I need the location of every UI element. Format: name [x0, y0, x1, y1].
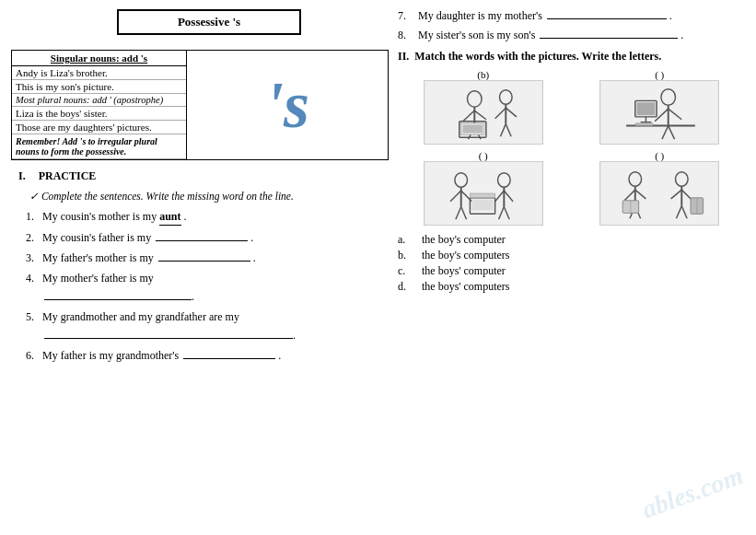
exercise-1: 1. My cousin's mother is my aunt . — [26, 208, 389, 226]
image-cell-1: (b) — [398, 69, 569, 145]
image-label-2: ( ) — [655, 69, 664, 80]
exercise-6: 6. My father is my grandmother's . — [26, 347, 389, 364]
image-cell-4: ( ) — [575, 150, 746, 226]
image-4 — [599, 161, 719, 226]
blank-6 — [183, 358, 275, 359]
singular-header: Singular nouns: add 's — [12, 51, 186, 66]
right-questions: 7. My daughter is my mother's . 8. My si… — [398, 9, 745, 42]
practice-section: I. PRACTICE ✓ Complete the sentences. Wr… — [11, 169, 389, 364]
answer-text-d: the boys' computers — [422, 280, 509, 294]
image-2 — [599, 80, 719, 145]
answer-b: b. the boy's computers — [398, 249, 745, 262]
section-ii-roman: II. — [398, 50, 409, 64]
answer-letter-a: a. — [398, 233, 413, 247]
watermark: ables.com — [638, 460, 747, 524]
plural-example-2: Those are my daughters' pictures. — [12, 121, 186, 134]
grammar-table: Singular nouns: add 's Andy is Liza's br… — [11, 50, 389, 160]
worksheet-title: Possessive 's — [117, 9, 301, 35]
image-label-1: (b) — [477, 69, 489, 80]
section-ii-header: II. Match the words with the pictures. W… — [398, 50, 745, 64]
answer-c: c. the boys' computer — [398, 264, 745, 278]
singular-example-2: This is my son's picture. — [12, 80, 186, 94]
blank-8 — [540, 38, 678, 39]
answer-1: aunt — [159, 208, 180, 226]
image-cell-3: ( ) — [398, 150, 569, 226]
image-cell-2: ( ) — [575, 69, 746, 145]
exercise-2: 2. My cousin's father is my . — [26, 229, 389, 246]
answer-text-b: the boy's computers — [422, 249, 509, 262]
blank-2 — [156, 240, 248, 241]
answer-letter-c: c. — [398, 264, 413, 278]
blank-5 — [44, 338, 293, 339]
answer-list: a. the boy's computer b. the boy's compu… — [398, 233, 745, 294]
blank-3 — [158, 261, 250, 262]
blank-7 — [547, 18, 667, 19]
exercise-4: 4. My mother's father is my . — [26, 270, 389, 305]
image-label-3: ( ) — [479, 150, 488, 161]
apostrophe-s-graphic: 's — [187, 51, 388, 159]
question-7: 7. My daughter is my mother's . — [398, 9, 745, 23]
image-1 — [424, 80, 543, 145]
answer-text-a: the boy's computer — [422, 233, 506, 247]
practice-title: PRACTICE — [39, 169, 97, 183]
answer-letter-b: b. — [398, 249, 413, 262]
image-label-4: ( ) — [655, 150, 664, 161]
practice-instruction: ✓ Complete the sentences. Write the miss… — [29, 190, 389, 203]
svg-rect-9 — [462, 125, 482, 134]
page: Possessive 's Singular nouns: add 's And… — [0, 0, 756, 535]
answer-a: a. the boy's computer — [398, 233, 745, 247]
image-3 — [424, 161, 543, 226]
svg-rect-38 — [470, 193, 494, 198]
exercise-5: 5. My grandmother and my grandfather are… — [26, 308, 389, 343]
exercises-list: 1. My cousin's mother is my aunt . 2. My… — [26, 208, 389, 364]
svg-rect-37 — [471, 200, 493, 211]
images-grid: (b) — [398, 69, 745, 226]
section-i-roman: I. — [18, 169, 26, 183]
singular-example-1: Andy is Liza's brother. — [12, 66, 186, 80]
remember-note: Remember! Add 's to irregular plural nou… — [12, 134, 186, 159]
answer-text-c: the boys' computer — [422, 264, 506, 278]
most-plural-header: Most plural nouns: add ' (apostrophe) — [12, 94, 186, 107]
right-column: 7. My daughter is my mother's . 8. My si… — [398, 9, 745, 526]
grammar-rules: Singular nouns: add 's Andy is Liza's br… — [12, 51, 187, 159]
svg-rect-45 — [601, 162, 717, 225]
section-ii-instruction: Match the words with the pictures. Write… — [414, 50, 661, 64]
plural-example-1: Liza is the boys' sister. — [12, 107, 186, 121]
svg-rect-16 — [601, 81, 717, 144]
left-column: Possessive 's Singular nouns: add 's And… — [11, 9, 389, 526]
exercise-3: 3. My father's mother is my . — [26, 250, 389, 266]
blank-4 — [44, 299, 192, 300]
answer-letter-d: d. — [398, 280, 413, 294]
svg-rect-28 — [635, 123, 653, 126]
question-8: 8. My sister's son is my son's . — [398, 29, 745, 42]
svg-rect-24 — [637, 102, 655, 115]
answer-d: d. the boys' computers — [398, 280, 745, 294]
